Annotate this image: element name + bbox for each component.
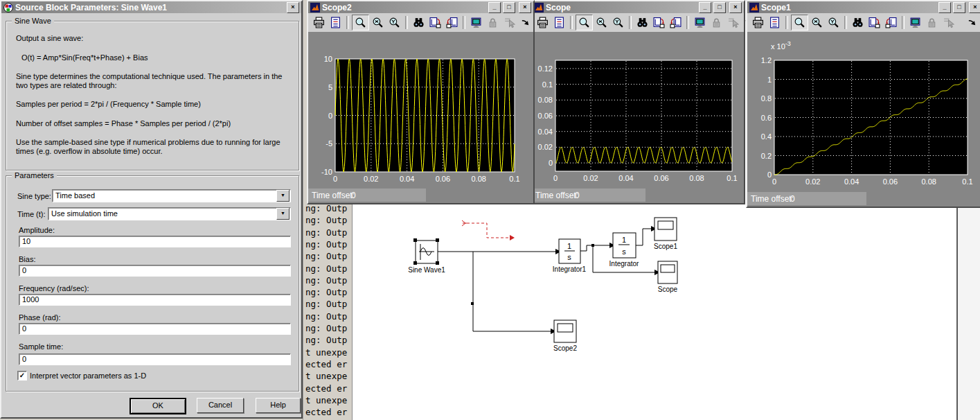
save-axes-icon[interactable] (427, 15, 443, 30)
zoom-icon[interactable] (791, 15, 808, 30)
console-line: ng: Outp (305, 203, 347, 213)
save-axes-icon[interactable] (866, 15, 882, 30)
field-input-amplitude[interactable]: 10 (19, 236, 291, 247)
time-dropdown[interactable]: Use simulation time ▼ (48, 207, 291, 220)
more-icon[interactable] (518, 15, 534, 30)
zoom-x-icon[interactable] (370, 15, 386, 30)
time-offset-bar: Time offset: 0 (308, 189, 533, 203)
dialog-titlebar[interactable]: Source Block Parameters: Sine Wave1 × (1, 1, 301, 13)
console-line: ng: Outp (305, 239, 347, 250)
field-label: Frequency (rad/sec): (19, 284, 89, 292)
time-offset-bar: Time offset: 0 (747, 192, 980, 207)
interpret-1d-label: Interpret vector parameters as 1-D (30, 371, 146, 380)
toolbar-separator (463, 16, 465, 29)
description-text: Output a sine wave:O(t) = Amp*Sin(Freq*t… (16, 34, 292, 166)
restore-axes-icon[interactable] (668, 15, 684, 30)
console-line: ng: Outp (305, 311, 347, 322)
floating-scope-icon[interactable] (468, 15, 484, 30)
autoscale-icon[interactable] (411, 15, 427, 30)
svg-text:5: 5 (328, 83, 332, 91)
svg-text:0.04: 0.04 (844, 177, 859, 186)
window-title: Scope2 (322, 3, 486, 12)
field-input-frequencyradsec[interactable]: 1000 (19, 294, 291, 306)
zoom-y-icon[interactable] (826, 15, 841, 30)
svg-text:0.06: 0.06 (538, 112, 553, 120)
svg-text:0.06: 0.06 (436, 175, 450, 183)
svg-text:0.02: 0.02 (538, 143, 553, 151)
block-diagram: Sine Wave1 1 s Integrator1 1 s Integrato… (352, 204, 956, 420)
zoom-y-icon[interactable] (386, 15, 402, 30)
block-label: Scope2 (553, 344, 577, 352)
floating-scope-icon[interactable] (907, 15, 923, 30)
help-button[interactable]: Help (256, 398, 301, 413)
minimize-button[interactable]: _ (488, 2, 501, 13)
block-scope1[interactable]: Scope1 (654, 218, 677, 250)
svg-text:0.04: 0.04 (538, 128, 553, 136)
svg-text:0.02: 0.02 (805, 177, 820, 186)
print-icon[interactable] (750, 15, 766, 30)
cancel-button[interactable]: Cancel (197, 398, 244, 413)
autoscale-icon[interactable] (634, 15, 650, 30)
close-button[interactable]: × (729, 2, 742, 13)
dialog-close-button[interactable]: × (287, 2, 299, 13)
print-icon[interactable] (311, 15, 327, 30)
zoom-x-icon[interactable] (594, 15, 609, 30)
svg-text:s: s (622, 247, 626, 256)
svg-text:0.02: 0.02 (364, 175, 378, 183)
time-offset-value: 0 (790, 194, 795, 204)
zoom-x-icon[interactable] (809, 15, 825, 30)
autoscale-icon[interactable] (850, 15, 866, 30)
save-axes-icon[interactable] (651, 15, 667, 30)
parameters-icon[interactable] (328, 15, 344, 30)
svg-text:0.1: 0.1 (542, 80, 553, 89)
zoom-icon[interactable] (576, 15, 593, 30)
block-integrator1[interactable]: 1 s Integrator1 (553, 239, 587, 273)
parameters-icon[interactable] (551, 15, 567, 30)
maximize-button[interactable]: □ (953, 2, 965, 13)
source-block-parameters-dialog: Source Block Parameters: Sine Wave1 × Si… (0, 0, 303, 419)
scope-display: 00.020.040.060.080.1-10-50510 Time offse… (308, 32, 533, 203)
scope2-window: Scope2 _ □ × 00.020.040.060.080.1-10-505… (307, 0, 535, 204)
close-button[interactable]: × (969, 2, 980, 13)
more-icon[interactable] (965, 15, 980, 30)
dropdown-arrow-icon[interactable]: ▼ (276, 208, 289, 220)
lock-axes-icon (924, 15, 940, 30)
titlebar[interactable]: Scope _ □ × (532, 1, 744, 13)
scope-window: Scope _ □ × 00.020.040.060.080.100.020.0… (531, 0, 745, 204)
minimize-button[interactable]: _ (699, 2, 711, 13)
block-sine-wave1[interactable]: Sine Wave1 (408, 238, 445, 274)
block-integrator[interactable]: 1 s Integrator (609, 233, 639, 268)
block-scope2[interactable]: Scope2 (553, 320, 577, 352)
dropdown-arrow-icon[interactable]: ▼ (276, 190, 289, 202)
svg-text:s: s (567, 253, 571, 261)
field-input-bias[interactable]: 0 (19, 265, 291, 277)
field-input-phaserad[interactable]: 0 (19, 323, 291, 335)
restore-axes-icon[interactable] (444, 15, 460, 30)
close-button[interactable]: × (519, 2, 531, 13)
interpret-1d-checkbox[interactable]: ✓ (17, 371, 27, 380)
field-label: Amplitude: (19, 226, 55, 234)
titlebar[interactable]: Scope2 _ □ × (308, 1, 533, 13)
maximize-button[interactable]: □ (713, 2, 726, 13)
floating-scope-icon[interactable] (692, 15, 708, 30)
signal-selection-icon (725, 15, 741, 30)
sine-type-label: Sine type: (17, 192, 51, 200)
sine-type-dropdown[interactable]: Time based ▼ (52, 189, 291, 202)
ok-button[interactable]: OK (130, 398, 186, 414)
minimize-button[interactable]: _ (938, 2, 951, 13)
parameters-icon[interactable] (767, 15, 783, 30)
titlebar[interactable]: Scope1 _ □ × (747, 1, 980, 13)
time-offset-label: Time offset: (751, 194, 794, 204)
maximize-button[interactable]: □ (503, 2, 515, 13)
print-icon[interactable] (535, 15, 551, 30)
time-offset-value: 0 (575, 191, 580, 200)
zoom-icon[interactable] (352, 15, 369, 30)
zoom-y-icon[interactable] (610, 15, 626, 30)
toolbar-separator (902, 16, 905, 29)
scope-toolbar (532, 13, 744, 33)
time-offset-bar: Time offset: 0 (532, 189, 744, 203)
block-scope[interactable]: Scope (658, 261, 678, 293)
block-label: Integrator1 (553, 265, 587, 273)
restore-axes-icon[interactable] (883, 15, 899, 30)
field-input-sampletime[interactable]: 0 (19, 353, 291, 365)
